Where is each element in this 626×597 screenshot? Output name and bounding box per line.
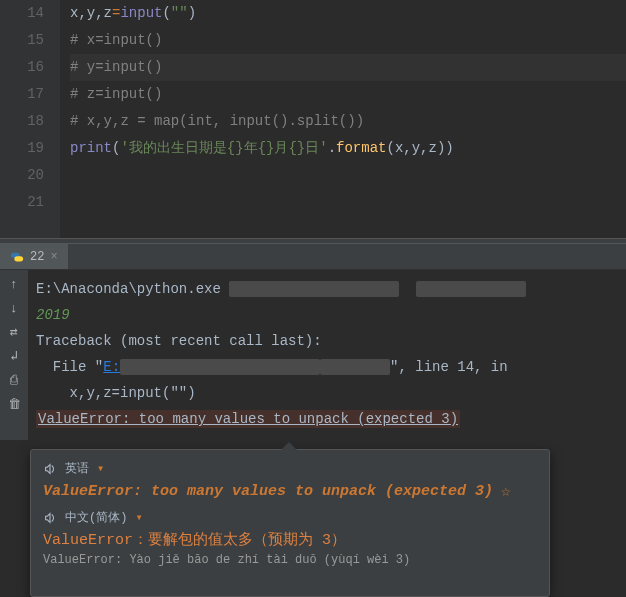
console-output[interactable]: E:\Anaconda\python.exe 2019 Traceback (m…: [28, 270, 626, 440]
line-number: 18: [0, 108, 44, 135]
console-user-input: 2019: [36, 302, 626, 328]
translation-tooltip: 英语 ▾ ValueError: too many values to unpa…: [30, 449, 550, 597]
code-editor-pane: 14 15 16 17 18 19 20 21 x,y,z=input("") …: [0, 0, 626, 238]
run-tab[interactable]: 22 ×: [0, 244, 68, 269]
run-console-pane: ↑ ↓ ⇄ ↲ ⎙ 🗑 E:\Anaconda\python.exe 2019 …: [0, 270, 626, 440]
speaker-icon[interactable]: [43, 511, 57, 525]
print-icon[interactable]: ⎙: [6, 372, 22, 388]
filter-icon[interactable]: ⇄: [6, 324, 22, 340]
line-number: 19: [0, 135, 44, 162]
line-number: 14: [0, 0, 44, 27]
code-line: print('我的出生日期是{}年{}月{}日'.format(x,y,z)): [70, 135, 626, 162]
up-arrow-icon[interactable]: ↑: [6, 276, 22, 292]
line-number: 17: [0, 81, 44, 108]
target-lang-label[interactable]: 中文(简体): [65, 509, 127, 526]
console-line: E:\Anaconda\python.exe: [36, 276, 626, 302]
target-lang-row: 中文(简体) ▾: [43, 509, 537, 526]
svg-rect-1: [14, 256, 23, 261]
code-line: # x=input(): [70, 27, 626, 54]
console-file-ref: File "E:", line 14, in: [36, 354, 626, 380]
chevron-down-icon[interactable]: ▾: [97, 461, 104, 476]
line-number: 16: [0, 54, 44, 81]
tooltip-arrow: [281, 442, 297, 450]
close-icon[interactable]: ×: [50, 250, 57, 264]
translation-target-text: ValueError：要解包的值太多（预期为 3）: [43, 530, 537, 549]
console-code-line: x,y,z=input(""): [36, 380, 626, 406]
star-icon[interactable]: ☆: [501, 481, 511, 501]
down-arrow-icon[interactable]: ↓: [6, 300, 22, 316]
run-tab-label: 22: [30, 250, 44, 264]
translation-source-text: ValueError: too many values to unpack (e…: [43, 481, 537, 501]
line-number: 20: [0, 162, 44, 189]
code-line: # z=input(): [70, 81, 626, 108]
line-number: 21: [0, 189, 44, 216]
file-link[interactable]: E:: [103, 359, 120, 375]
source-lang-label[interactable]: 英语: [65, 460, 89, 477]
wrap-icon[interactable]: ↲: [6, 348, 22, 364]
console-error-line: ValueError: too many values to unpack (e…: [36, 406, 626, 432]
code-line: x,y,z=input(""): [70, 0, 626, 27]
code-line: # x,y,z = map(int, input().split()): [70, 108, 626, 135]
source-lang-row: 英语 ▾: [43, 460, 537, 477]
line-number: 15: [0, 27, 44, 54]
code-area[interactable]: x,y,z=input("") # x=input() # y=input() …: [60, 0, 626, 238]
run-tab-bar: 22 ×: [0, 244, 626, 270]
code-line: [70, 162, 626, 189]
chevron-down-icon[interactable]: ▾: [135, 510, 142, 525]
line-number-gutter: 14 15 16 17 18 19 20 21: [0, 0, 60, 238]
console-traceback-header: Traceback (most recent call last):: [36, 328, 626, 354]
trash-icon[interactable]: 🗑: [6, 396, 22, 412]
python-icon: [10, 250, 24, 264]
speaker-icon[interactable]: [43, 462, 57, 476]
code-line-current: # y=input(): [70, 54, 626, 81]
console-toolbar: ↑ ↓ ⇄ ↲ ⎙ 🗑: [0, 270, 28, 440]
code-line: [70, 189, 626, 216]
translation-pinyin: ValueError: Yào jiě bāo de zhí tài duō (…: [43, 553, 537, 567]
